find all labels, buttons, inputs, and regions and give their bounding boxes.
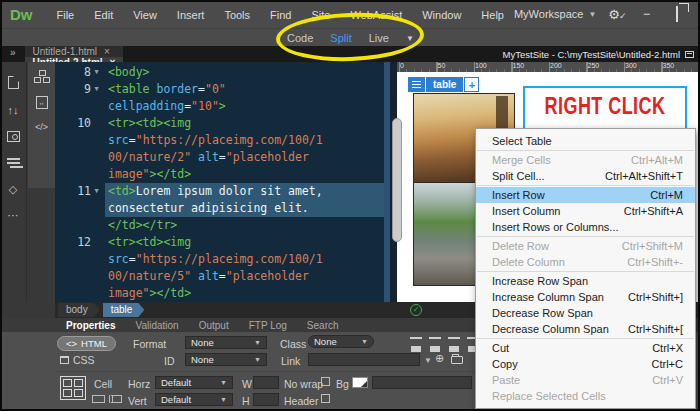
code-line[interactable]: 11▼<td>Lorem ipsum dolor sit amet, [55,183,384,200]
width-input[interactable] [253,376,279,389]
code-line[interactable]: 00/nature/2" alt="placeholder [55,149,384,166]
gear-sync-icon[interactable]: ⚙✓ [608,7,625,22]
code-brackets-icon[interactable]: </> [35,122,48,132]
context-menu-item-increase-row-span[interactable]: Increase Row Span [476,273,695,289]
context-menu-item-insert-column[interactable]: Insert ColumnCtrl+Shift+A [476,203,695,219]
table-element-chip[interactable]: table [426,77,463,92]
menu-view[interactable]: View [123,9,167,21]
folder-icon[interactable] [451,356,463,364]
code-line[interactable]: 9▼<table border="0" [55,81,384,98]
nowrap-checkbox[interactable] [321,377,330,386]
point-to-file-icon[interactable]: ⊕ [435,353,444,364]
html-mode-button[interactable]: <> HTML [57,336,116,351]
menu-site[interactable]: Site [301,9,340,21]
panel-tab-properties[interactable]: Properties [56,320,125,331]
workspace-switcher[interactable]: MyWorkspace ▼ [514,8,596,20]
menu-edit[interactable]: Edit [84,9,123,21]
css-icon [60,356,69,364]
minimize-button[interactable]: − [638,7,656,21]
css-mode-button[interactable]: CSS [60,354,95,366]
code-line[interactable]: 8▼<body> [55,64,384,81]
header-checkbox[interactable] [321,394,330,403]
context-menu-item-replace-selected-cells: Replace Selected Cells [476,388,695,404]
more-icon[interactable]: ⋯ [8,210,19,220]
hamburger-icon[interactable] [408,77,425,92]
diamond-icon[interactable]: ◇ [9,184,17,194]
code-line[interactable]: src="https://placeimg.com/100/1 [55,132,384,149]
height-input[interactable] [253,393,279,406]
code-line[interactable]: 10<tr><td><img [55,115,384,132]
menu-help[interactable]: Help [471,9,514,21]
context-menu-item-copy[interactable]: CopyCtrl+C [476,356,695,372]
link-input[interactable] [308,353,420,366]
menu-find[interactable]: Find [260,9,301,21]
line-gutter: 11▼ [55,183,105,200]
code-token: border [156,82,198,96]
code-line[interactable]: cellpadding="10"> [55,98,384,115]
unordered-list-icon[interactable] [410,337,422,346]
bg-input[interactable] [372,376,472,389]
horz-dropdown[interactable]: Default▼ [155,376,233,389]
tag-selector-body[interactable]: body [58,303,100,317]
menu-window[interactable]: Window [412,9,471,21]
context-menu-item-insert-rows-or-columns[interactable]: Insert Rows or Columns... [476,219,695,235]
code-line[interactable]: 12<tr><td><img [55,234,384,251]
code-line[interactable]: image"></td> [55,285,384,302]
link-chevron-icon[interactable]: ▼ [424,356,432,365]
view-mode-split[interactable]: Split [330,32,351,44]
context-menu-item-increase-column-span[interactable]: Increase Column SpanCtrl+Shift+] [476,289,695,305]
split-cell-icon[interactable] [109,395,122,403]
menu-tools[interactable]: Tools [214,9,260,21]
merge-cells-icon[interactable] [92,395,105,403]
snippets-icon[interactable] [7,158,20,160]
context-menu-item-select-table[interactable]: Select Table [476,133,695,149]
id-dropdown[interactable]: None▼ [185,353,267,366]
context-menu-item-decrease-row-span[interactable]: Decrease Row Span [476,305,695,321]
view-mode-code[interactable]: Code [287,32,313,44]
tag-selector-table[interactable]: table [103,303,145,317]
bg-color-swatch[interactable] [352,377,368,388]
code-line[interactable]: consectetur adipisicing elit. [55,200,384,217]
context-menu-item-insert-row[interactable]: Insert RowCtrl+M [476,187,695,203]
preview-scrollbar[interactable] [392,118,402,242]
dreamweaver-logo[interactable]: Dw [0,6,47,23]
context-menu-item-cut[interactable]: CutCtrl+X [476,340,695,356]
context-menu-item-decrease-column-span[interactable]: Decrease Column SpanCtrl+Shift+[ [476,321,695,337]
menu-item-label: Copy [492,358,518,370]
outdent-icon[interactable] [448,337,460,346]
menu-insert[interactable]: Insert [167,9,215,21]
view-mode-chevron-icon[interactable]: ▼ [406,34,414,43]
file-code-icon[interactable]: ‹› [36,96,48,109]
menu-file[interactable]: File [47,9,85,21]
panel-tab-search[interactable]: Search [297,320,349,331]
add-element-button[interactable]: + [464,77,479,92]
document-tab[interactable]: Untitled-1.html× [25,46,124,57]
format-dropdown[interactable]: None▼ [185,336,267,349]
fold-arrow-icon[interactable]: ▼ [91,64,102,81]
code-editor[interactable]: 8▼<body>9▼<table border="0"cellpadding="… [55,62,384,302]
sort-arrows-icon[interactable]: ↑↓ [8,105,19,115]
file-icon[interactable] [8,76,19,89]
code-line[interactable]: 00/nature/5" alt="placeholder [55,268,384,285]
restore-button[interactable] [668,7,686,21]
code-line[interactable]: src="https://placeimg.com/100/1 [55,251,384,268]
context-menu-item-split-cell[interactable]: Split Cell...Ctrl+Alt+Shift+T [476,168,695,184]
tab-overflow-icon[interactable]: » [0,46,25,62]
menu-webassist[interactable]: WebAssist [340,9,412,21]
panel-tab-validation[interactable]: Validation [125,320,188,331]
fold-arrow-icon[interactable]: ▼ [91,81,102,98]
tab-close-icon[interactable]: × [104,46,110,57]
vert-dropdown[interactable]: Default▼ [155,393,233,406]
view-mode-live[interactable]: Live [369,32,389,44]
fold-arrow-icon[interactable]: ▼ [91,183,102,200]
extract-panel-icon[interactable] [7,131,20,142]
panel-tab-ftp-log[interactable]: FTP Log [239,320,297,331]
document-tabs: Untitled-1.html×Untitled-2.html× [25,46,125,62]
code-line[interactable]: </td></tr> [55,217,384,234]
code-line[interactable]: image"></td> [55,166,384,183]
panel-tab-output[interactable]: Output [189,320,239,331]
class-dropdown[interactable]: None▼ [308,335,374,348]
ordered-list-icon[interactable] [429,337,441,346]
dom-tree-icon[interactable] [34,70,49,83]
code-token: </td></tr> [108,218,177,232]
